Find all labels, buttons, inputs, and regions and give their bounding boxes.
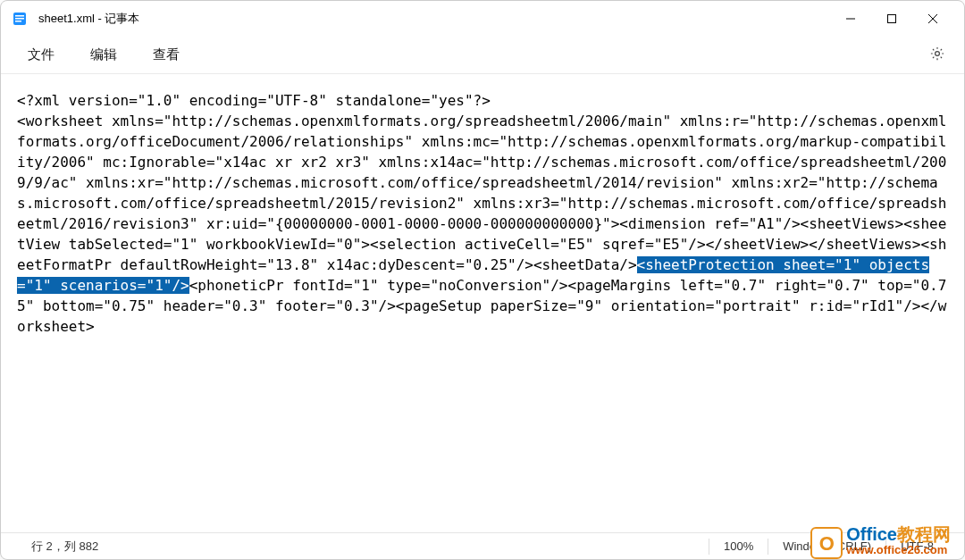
notepad-window: sheet1.xml - 记事本 文件 编辑 查看 <?xml bbox=[0, 0, 965, 560]
status-line-ending: Windows (CRLF) bbox=[768, 539, 885, 553]
svg-rect-1 bbox=[15, 15, 24, 17]
status-cursor-position: 行 2，列 882 bbox=[17, 539, 709, 555]
close-button[interactable] bbox=[912, 4, 953, 33]
menubar: 文件 编辑 查看 bbox=[1, 37, 964, 74]
menu-edit[interactable]: 编辑 bbox=[80, 41, 128, 69]
window-title: sheet1.xml - 记事本 bbox=[38, 11, 830, 27]
maximize-button[interactable] bbox=[871, 4, 912, 33]
svg-rect-5 bbox=[888, 15, 896, 23]
window-controls bbox=[830, 4, 953, 33]
statusbar: 行 2，列 882 100% Windows (CRLF) UTF-8 bbox=[1, 532, 964, 559]
titlebar[interactable]: sheet1.xml - 记事本 bbox=[1, 1, 964, 37]
svg-point-8 bbox=[936, 51, 940, 55]
settings-button[interactable] bbox=[925, 43, 950, 68]
gear-icon bbox=[929, 46, 945, 65]
menu-file[interactable]: 文件 bbox=[17, 41, 65, 69]
status-encoding: UTF-8 bbox=[886, 539, 948, 553]
svg-rect-3 bbox=[15, 21, 21, 22]
notepad-icon bbox=[12, 11, 28, 27]
menu-view[interactable]: 查看 bbox=[142, 41, 190, 69]
text-pre-selection: <?xml version="1.0" encoding="UTF-8" sta… bbox=[17, 92, 946, 273]
text-area[interactable]: <?xml version="1.0" encoding="UTF-8" sta… bbox=[1, 74, 964, 532]
status-zoom[interactable]: 100% bbox=[709, 539, 768, 553]
svg-rect-2 bbox=[15, 18, 24, 20]
minimize-button[interactable] bbox=[830, 4, 871, 33]
